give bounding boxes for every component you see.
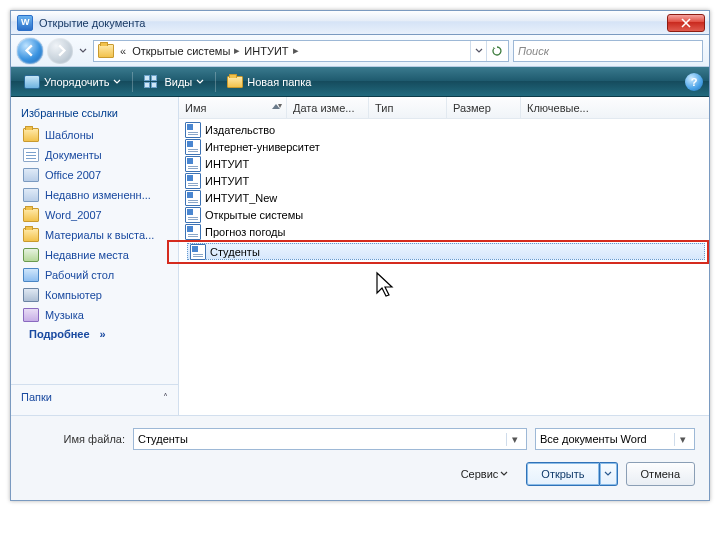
organize-button[interactable]: Упорядочить xyxy=(17,71,128,93)
sidebar-item[interactable]: Шаблоны xyxy=(11,125,178,145)
file-name: ИНТУИТ xyxy=(205,158,249,170)
column-headers: Имя Дата изме... Тип Размер Ключевые... xyxy=(179,97,709,119)
sidebar-item-label: Шаблоны xyxy=(45,129,94,141)
filename-combo[interactable]: Студенты ▾ xyxy=(133,428,527,450)
file-name: Издательство xyxy=(205,124,275,136)
new-folder-icon xyxy=(227,76,243,88)
views-label: Виды xyxy=(164,76,192,88)
sidebar-folders-toggle[interactable]: Папки ˄ xyxy=(11,384,178,409)
nav-history-dropdown[interactable] xyxy=(77,40,89,62)
refresh-button[interactable] xyxy=(486,41,506,61)
file-row[interactable]: Издательство xyxy=(183,121,705,138)
chevron-up-icon: ˄ xyxy=(163,392,168,403)
file-row[interactable]: ИНТУИТ xyxy=(183,155,705,172)
address-breadcrumb[interactable]: « Открытые системы ▸ ИНТУИТ ▸ xyxy=(93,40,509,62)
help-button[interactable]: ? xyxy=(685,73,703,91)
sidebar-item[interactable]: Недавние места xyxy=(11,245,178,265)
chevron-right-icon: » xyxy=(100,328,106,340)
sidebar-item-label: Word_2007 xyxy=(45,209,102,221)
file-row[interactable]: ИНТУИТ xyxy=(183,172,705,189)
breadcrumb-seg-1[interactable]: Открытые системы xyxy=(130,45,232,57)
cancel-button[interactable]: Отмена xyxy=(626,462,695,486)
sidebar-item-label: Рабочий стол xyxy=(45,269,114,281)
open-button[interactable]: Открыть xyxy=(526,462,599,486)
arrow-right-icon xyxy=(54,44,67,57)
sidebar-item[interactable]: Недавно измененн... xyxy=(11,185,178,205)
recent-icon xyxy=(23,248,39,262)
file-pane: Имя Дата изме... Тип Размер Ключевые... … xyxy=(179,97,709,415)
arrow-left-icon xyxy=(24,44,37,57)
folder-icon xyxy=(23,128,39,142)
file-row[interactable]: Открытые системы xyxy=(183,206,705,223)
open-dialog: Открытие документа « Открытые системы ▸ … xyxy=(10,10,710,501)
breadcrumb-overflow[interactable]: « xyxy=(116,45,130,57)
new-folder-label: Новая папка xyxy=(247,76,311,88)
file-row[interactable]: ИНТУИТ_New xyxy=(183,189,705,206)
search-placeholder: Поиск xyxy=(518,45,549,57)
sidebar-item-label: Office 2007 xyxy=(45,169,101,181)
search-icon xyxy=(23,188,39,202)
navbar: « Открытые системы ▸ ИНТУИТ ▸ Поиск xyxy=(11,35,709,67)
column-type[interactable]: Тип xyxy=(369,97,447,118)
file-name: ИНТУИТ xyxy=(205,175,249,187)
tools-menu[interactable]: Сервис xyxy=(461,468,509,480)
sidebar-item-label: Недавние места xyxy=(45,249,129,261)
sidebar-more[interactable]: Подробнее » xyxy=(11,325,178,343)
separator xyxy=(132,72,133,92)
filename-label: Имя файла: xyxy=(25,433,125,445)
computer-icon xyxy=(23,288,39,302)
word-doc-icon xyxy=(190,244,206,260)
sidebar-item[interactable]: Материалы к выста... xyxy=(11,225,178,245)
sidebar-item[interactable]: Word_2007 xyxy=(11,205,178,225)
forward-button[interactable] xyxy=(47,38,73,64)
search-input[interactable]: Поиск xyxy=(513,40,703,62)
chevron-down-icon xyxy=(475,48,483,54)
chevron-down-icon: ▾ xyxy=(506,433,522,446)
new-folder-button[interactable]: Новая папка xyxy=(220,72,318,92)
file-row[interactable]: Интернет-университет xyxy=(183,138,705,155)
sidebar-item[interactable]: Компьютер xyxy=(11,285,178,305)
column-name[interactable]: Имя xyxy=(179,97,287,118)
tools-label: Сервис xyxy=(461,468,499,480)
doc-icon xyxy=(23,148,39,162)
organize-label: Упорядочить xyxy=(44,76,109,88)
chevron-down-icon xyxy=(79,48,87,54)
word-doc-icon xyxy=(185,190,201,206)
sidebar-item[interactable]: Музыка xyxy=(11,305,178,325)
chevron-down-icon xyxy=(196,79,204,85)
filetype-filter-combo[interactable]: Все документы Word ▾ xyxy=(535,428,695,450)
word-doc-icon xyxy=(185,173,201,189)
sidebar-item[interactable]: Рабочий стол xyxy=(11,265,178,285)
back-button[interactable] xyxy=(17,38,43,64)
file-row-selected[interactable]: Студенты xyxy=(187,243,705,260)
views-button[interactable]: Виды xyxy=(137,71,211,93)
file-row[interactable]: Прогноз погоды xyxy=(183,223,705,240)
sidebar-folders-label: Папки xyxy=(21,391,52,403)
file-name: Прогноз погоды xyxy=(205,226,285,238)
word-app-icon xyxy=(17,15,33,31)
breadcrumb-separator: ▸ xyxy=(291,44,301,57)
sidebar-item[interactable]: Документы xyxy=(11,145,178,165)
sidebar-item[interactable]: Office 2007 xyxy=(11,165,178,185)
breadcrumb-seg-2[interactable]: ИНТУИТ xyxy=(242,45,290,57)
separator xyxy=(215,72,216,92)
sidebar: Избранные ссылки ШаблоныДокументыOffice … xyxy=(11,97,179,415)
dialog-title: Открытие документа xyxy=(39,17,667,29)
column-size[interactable]: Размер xyxy=(447,97,521,118)
search-icon xyxy=(23,168,39,182)
sidebar-item-label: Материалы к выста... xyxy=(45,229,154,241)
column-keywords[interactable]: Ключевые... xyxy=(521,97,609,118)
word-doc-icon xyxy=(185,224,201,240)
chevron-down-icon xyxy=(500,471,508,477)
column-date[interactable]: Дата изме... xyxy=(287,97,369,118)
address-dropdown[interactable] xyxy=(470,41,486,61)
folder-icon xyxy=(23,228,39,242)
sidebar-item-label: Документы xyxy=(45,149,102,161)
close-button[interactable] xyxy=(667,14,705,32)
file-name: Интернет-университет xyxy=(205,141,320,153)
selected-file-highlight: Студенты xyxy=(167,240,709,264)
open-dropdown[interactable] xyxy=(600,462,618,486)
sidebar-header: Избранные ссылки xyxy=(11,103,178,125)
folder-icon xyxy=(23,208,39,222)
chevron-down-icon xyxy=(604,471,612,477)
